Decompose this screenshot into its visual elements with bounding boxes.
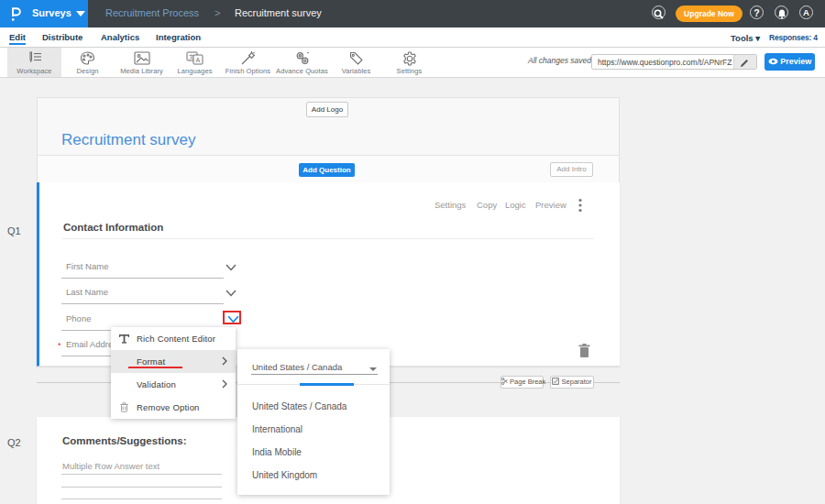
svg-text:A: A <box>196 57 201 63</box>
svg-text:文: 文 <box>189 53 194 60</box>
